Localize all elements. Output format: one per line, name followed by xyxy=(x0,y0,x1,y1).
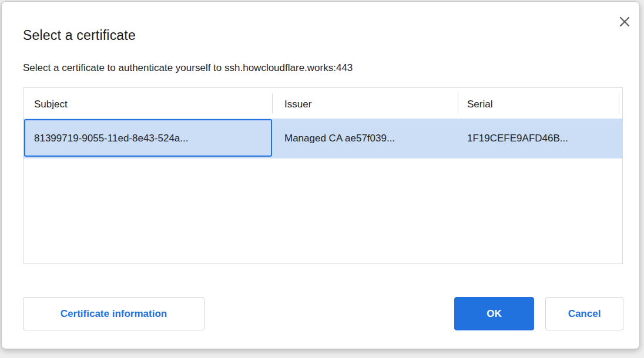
column-header-serial: Serial xyxy=(467,88,492,119)
column-divider xyxy=(272,93,273,113)
cell-subject: 81399719-9055-11ed-8e43-524a... xyxy=(34,119,188,158)
cell-serial: 1F19CEFE9AFD46B... xyxy=(467,119,568,158)
close-button[interactable] xyxy=(616,13,633,31)
close-icon xyxy=(618,15,631,28)
certificate-information-button[interactable]: Certificate information xyxy=(23,297,204,330)
column-divider xyxy=(458,93,458,113)
dialog-subtitle: Select a certificate to authenticate you… xyxy=(23,62,353,74)
cell-issuer: Managed CA ae57f039... xyxy=(284,119,395,158)
column-header-subject: Subject xyxy=(34,88,68,119)
column-header-issuer: Issuer xyxy=(284,88,311,119)
cancel-button[interactable]: Cancel xyxy=(545,297,623,330)
certificate-row-selected[interactable]: 81399719-9055-11ed-8e43-524a... Managed … xyxy=(24,119,622,158)
certificate-table: Subject Issuer Serial 81399719-9055-11ed… xyxy=(23,87,623,264)
certificate-table-header: Subject Issuer Serial xyxy=(24,88,622,119)
column-divider xyxy=(619,93,619,113)
select-certificate-dialog: Select a certificate Select a certificat… xyxy=(1,1,640,349)
dialog-title: Select a certificate xyxy=(23,28,136,43)
ok-button[interactable]: OK xyxy=(454,297,534,330)
